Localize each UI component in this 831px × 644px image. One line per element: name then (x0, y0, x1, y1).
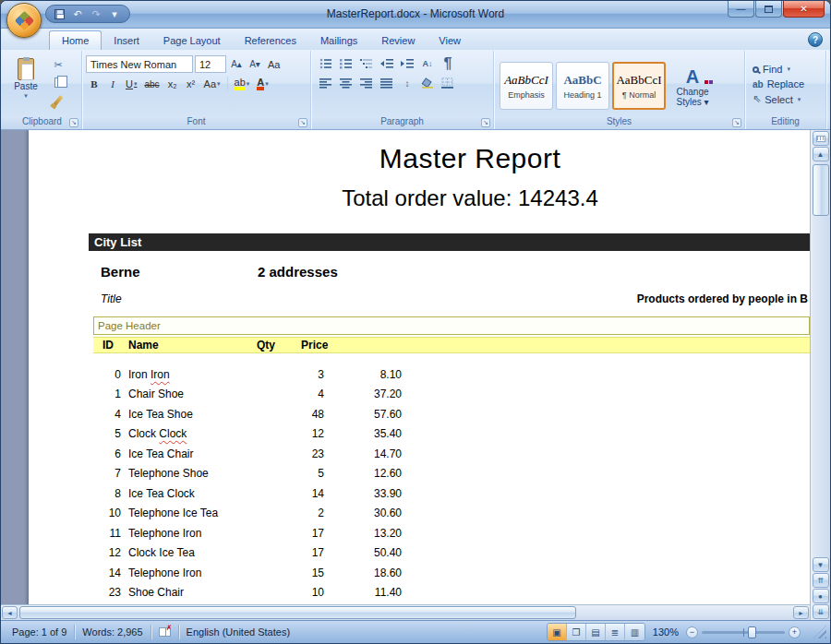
document-page[interactable]: Master Report Total order value: 14243.4… (29, 130, 810, 604)
horizontal-scroll-track[interactable] (18, 606, 792, 619)
grow-font-button[interactable]: A▴ (228, 56, 245, 73)
outline-view-button[interactable]: ≣ (606, 624, 625, 640)
zoom-center-tick (743, 628, 744, 637)
clear-formatting-button[interactable]: Aa (265, 56, 283, 73)
chevron-down-icon: ▾ (24, 92, 28, 100)
close-button[interactable]: ✕ (783, 1, 825, 18)
align-left-button[interactable] (317, 75, 335, 91)
italic-button[interactable]: I (104, 76, 121, 92)
find-button[interactable]: Find ▾ (753, 64, 824, 75)
superscript-button[interactable]: x² (183, 76, 199, 92)
page-indicator[interactable]: Page: 1 of 9 (5, 621, 74, 643)
dialog-launcher[interactable]: ↘ (481, 118, 490, 127)
report-subtitle: Total order value: 14243.4 (29, 185, 810, 211)
zoom-in-button[interactable]: + (789, 626, 801, 638)
style-heading-1[interactable]: AaBbC Heading 1 (556, 62, 609, 110)
full-screen-reading-view-button[interactable]: ❐ (567, 624, 586, 640)
text-highlight-button[interactable]: ab▾ (232, 76, 253, 92)
resize-grip[interactable] (813, 626, 826, 638)
tab-page-layout[interactable]: Page Layout (151, 30, 233, 50)
zoom-out-button[interactable]: − (686, 626, 698, 638)
scroll-left-button[interactable]: ◄ (2, 606, 18, 619)
language-indicator[interactable]: English (United States) (179, 621, 298, 643)
bold-button[interactable]: B (86, 76, 102, 92)
chevron-down-icon: ▾ (134, 80, 138, 88)
copy-button[interactable] (48, 75, 68, 90)
web-layout-view-button[interactable]: ▤ (586, 624, 606, 640)
word-count[interactable]: Words: 2,965 (75, 621, 150, 643)
vertical-scroll-thumb[interactable] (813, 164, 829, 216)
bullets-button[interactable] (317, 55, 335, 72)
horizontal-scrollbar[interactable]: ◄ ► (1, 604, 810, 620)
sort-button[interactable]: A↓ (418, 55, 437, 72)
style-normal[interactable]: AaBbCcI ¶ Normal (612, 62, 666, 110)
help-button[interactable]: ? (808, 32, 823, 47)
font-color-button[interactable]: A▾ (254, 76, 271, 92)
cell-price: 50.40 (324, 546, 402, 559)
replace-button[interactable]: ab Replace (753, 78, 824, 89)
ribbon-tab-strip: Home Insert Page Layout References Maili… (1, 29, 830, 50)
view-shortcuts: ▣ ❐ ▤ ≣ ▥ (547, 623, 645, 641)
align-center-button[interactable] (337, 75, 355, 91)
horizontal-scroll-thumb[interactable] (19, 606, 576, 619)
dialog-launcher[interactable]: ↘ (69, 118, 78, 127)
dialog-launcher[interactable]: ↘ (298, 118, 307, 127)
zoom-slider-track[interactable] (702, 631, 785, 634)
strikethrough-button[interactable]: abc (141, 76, 162, 92)
multilevel-list-button[interactable] (357, 55, 376, 72)
show-hide-paragraph-button[interactable]: ¶ (439, 55, 457, 72)
scroll-down-button[interactable]: ▼ (813, 557, 829, 572)
select-button[interactable]: ⇖ Select ▾ (753, 93, 824, 105)
dialog-launcher[interactable]: ↘ (732, 118, 741, 127)
ruler-toggle-button[interactable] (813, 131, 829, 146)
vertical-scroll-track[interactable] (813, 162, 829, 556)
numbering-button[interactable] (337, 55, 355, 72)
align-right-button[interactable] (357, 75, 376, 91)
increase-indent-button[interactable] (398, 55, 416, 72)
tab-home[interactable]: Home (49, 30, 102, 50)
cell-qty: 23 (285, 447, 324, 460)
group-label-font: Font ↘ (84, 116, 308, 129)
zoom-slider-thumb[interactable] (748, 626, 756, 638)
zoom-level[interactable]: 130% (645, 626, 686, 638)
shrink-font-button[interactable]: A▾ (247, 56, 263, 73)
borders-button[interactable] (439, 75, 457, 91)
justify-button[interactable] (378, 75, 396, 91)
minimize-button[interactable]: — (728, 1, 754, 18)
style-emphasis[interactable]: AaBbCcI Emphasis (500, 62, 553, 110)
proofing-status[interactable] (151, 621, 178, 643)
subscript-button[interactable]: x₂ (164, 76, 181, 92)
decrease-indent-button[interactable] (378, 55, 396, 72)
scroll-right-button[interactable]: ► (793, 606, 809, 619)
scroll-up-button[interactable]: ▲ (813, 147, 829, 161)
shading-button[interactable] (418, 75, 437, 91)
print-layout-view-button[interactable]: ▣ (548, 624, 567, 640)
maximize-button[interactable] (755, 1, 782, 18)
office-button[interactable] (6, 3, 42, 38)
web-layout-icon: ▤ (591, 627, 599, 638)
select-browse-object-button[interactable]: ● (813, 589, 829, 603)
cut-button[interactable]: ✂ (48, 57, 68, 73)
change-styles-button[interactable]: A Change Styles ▾ (668, 66, 717, 107)
draft-view-button[interactable]: ▥ (625, 624, 644, 640)
tab-references[interactable]: References (233, 30, 308, 50)
tab-mailings[interactable]: Mailings (308, 30, 369, 50)
underline-button[interactable]: U▾ (123, 76, 139, 92)
font-family-combo[interactable]: Times New Roman (86, 55, 193, 73)
next-page-button[interactable]: ⇊ (813, 604, 829, 619)
font-size-combo[interactable]: 12 (195, 55, 226, 73)
cell-name: Iron Iron (121, 368, 285, 381)
multilevel-list-icon (360, 58, 373, 69)
cell-name: Telephone Iron (121, 566, 285, 579)
vertical-scrollbar[interactable]: ▲ ▼ ⇈ ● ⇊ (810, 130, 830, 620)
format-painter-button[interactable] (48, 92, 68, 108)
ruler-icon (816, 136, 825, 142)
tab-insert[interactable]: Insert (102, 30, 151, 50)
group-font: Times New Roman 12 A▴ A▾ Aa B I U▾ abc (82, 51, 311, 129)
line-spacing-button[interactable]: ↕ (398, 75, 416, 91)
previous-page-button[interactable]: ⇈ (813, 573, 829, 588)
tab-review[interactable]: Review (369, 30, 427, 50)
change-case-button[interactable]: Aa▾ (201, 76, 223, 92)
paste-button[interactable]: Paste ▾ (6, 54, 45, 114)
tab-view[interactable]: View (427, 30, 473, 50)
